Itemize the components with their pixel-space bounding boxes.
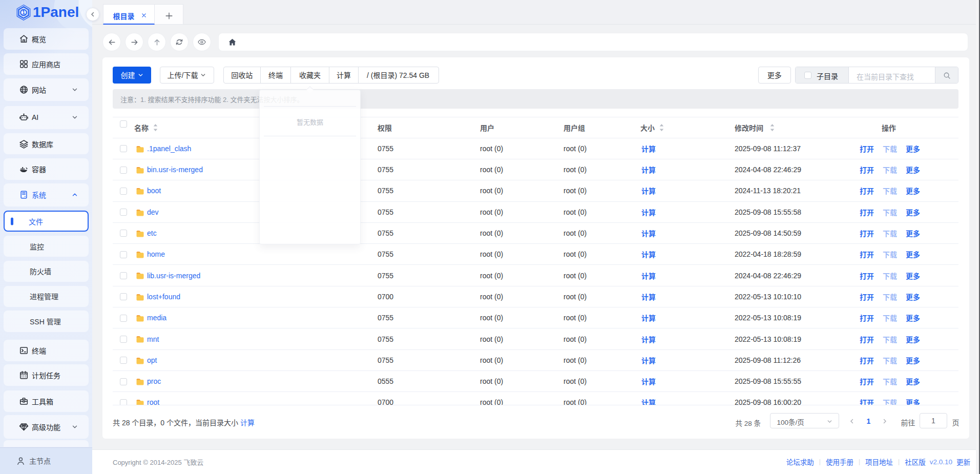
svg-text:1: 1 bbox=[22, 9, 25, 15]
